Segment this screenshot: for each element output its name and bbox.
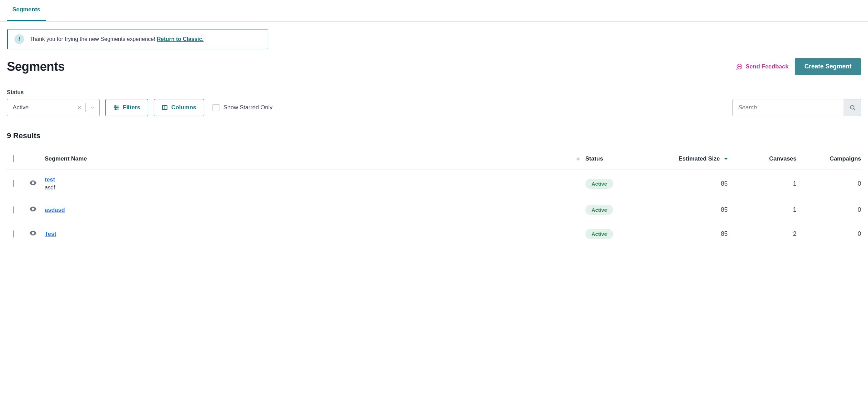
header-size-label: Estimated Size: [679, 155, 720, 162]
svg-point-7: [117, 107, 118, 108]
segment-description: asdf: [45, 185, 580, 191]
canvases-cell: 2: [730, 222, 799, 246]
segment-name-link[interactable]: asdasd: [45, 207, 65, 213]
status-value: Active: [7, 104, 73, 111]
page-title: Segments: [7, 59, 65, 74]
row-checkbox[interactable]: [13, 230, 14, 238]
segment-name-link[interactable]: test: [45, 176, 55, 183]
estimated-size-cell: 85: [655, 169, 730, 198]
svg-point-2: [740, 66, 741, 67]
clear-icon[interactable]: ✕: [73, 104, 85, 111]
sort-size-icon[interactable]: [724, 158, 728, 160]
status-select[interactable]: Active ✕: [7, 99, 100, 116]
status-badge: Active: [585, 205, 613, 215]
campaigns-cell: 0: [799, 169, 861, 198]
feedback-label: Send Feedback: [746, 63, 789, 70]
results-count: 9 Results: [7, 131, 861, 140]
info-banner: i Thank you for trying the new Segments …: [7, 29, 268, 49]
svg-point-11: [850, 106, 854, 109]
estimated-size-cell: 85: [655, 198, 730, 222]
svg-rect-9: [162, 106, 167, 110]
col-header-campaigns[interactable]: Campaigns: [799, 148, 861, 169]
status-badge: Active: [585, 179, 613, 189]
estimated-size-cell: 85: [655, 222, 730, 246]
segment-name-link[interactable]: Test: [45, 231, 56, 238]
status-filter-label: Status: [7, 89, 861, 96]
col-header-name[interactable]: Segment Name: [42, 148, 572, 169]
svg-line-12: [854, 109, 855, 110]
col-header-status[interactable]: Status: [583, 148, 655, 169]
row-checkbox[interactable]: [13, 206, 14, 213]
search-box: [733, 99, 861, 116]
chat-icon: [736, 63, 743, 70]
svg-point-1: [739, 66, 740, 67]
columns-icon: [162, 104, 168, 111]
columns-button[interactable]: Columns: [154, 99, 204, 116]
starred-only-checkbox[interactable]: [213, 104, 219, 111]
search-input[interactable]: [733, 99, 844, 116]
table-row: test asdf Active 85 1 0: [7, 169, 861, 198]
select-all-checkbox[interactable]: [13, 155, 14, 162]
status-badge: Active: [585, 229, 613, 239]
banner-text: Thank you for trying the new Segments ex…: [30, 36, 204, 42]
sliders-icon: [113, 104, 119, 111]
svg-point-6: [115, 106, 116, 107]
table-row: asdasd Active 85 1 0: [7, 198, 861, 222]
search-button[interactable]: [844, 99, 861, 116]
header-name-label: Segment Name: [45, 155, 87, 162]
campaigns-cell: 0: [799, 198, 861, 222]
banner-message: Thank you for trying the new Segments ex…: [30, 36, 157, 42]
preview-icon[interactable]: [29, 205, 37, 213]
create-segment-button[interactable]: Create Segment: [795, 58, 861, 75]
chevron-down-icon[interactable]: [86, 105, 99, 110]
col-header-canvases[interactable]: Canvases: [730, 148, 799, 169]
tab-segments[interactable]: Segments: [7, 0, 46, 21]
send-feedback-link[interactable]: Send Feedback: [736, 63, 789, 70]
filters-label: Filters: [123, 104, 140, 111]
columns-label: Columns: [171, 104, 196, 111]
preview-icon[interactable]: [29, 179, 37, 187]
search-icon: [849, 104, 856, 111]
campaigns-cell: 0: [799, 222, 861, 246]
tabs-bar: Segments: [0, 0, 868, 22]
table-row: Test Active 85 2 0: [7, 222, 861, 246]
svg-point-13: [32, 182, 34, 184]
canvases-cell: 1: [730, 169, 799, 198]
starred-only-label: Show Starred Only: [224, 104, 273, 111]
svg-point-15: [32, 232, 34, 234]
return-to-classic-link[interactable]: Return to Classic.: [157, 36, 204, 42]
filters-button[interactable]: Filters: [105, 99, 148, 116]
preview-icon[interactable]: [29, 229, 37, 237]
canvases-cell: 1: [730, 198, 799, 222]
sort-name-icon[interactable]: [576, 157, 580, 161]
segments-table: Segment Name Status Estimated Size Canva…: [7, 148, 861, 246]
svg-point-0: [738, 66, 739, 67]
svg-point-14: [32, 208, 34, 210]
col-header-size[interactable]: Estimated Size: [655, 148, 730, 169]
info-icon: i: [14, 34, 24, 44]
row-checkbox[interactable]: [13, 180, 14, 187]
svg-point-8: [115, 109, 116, 110]
